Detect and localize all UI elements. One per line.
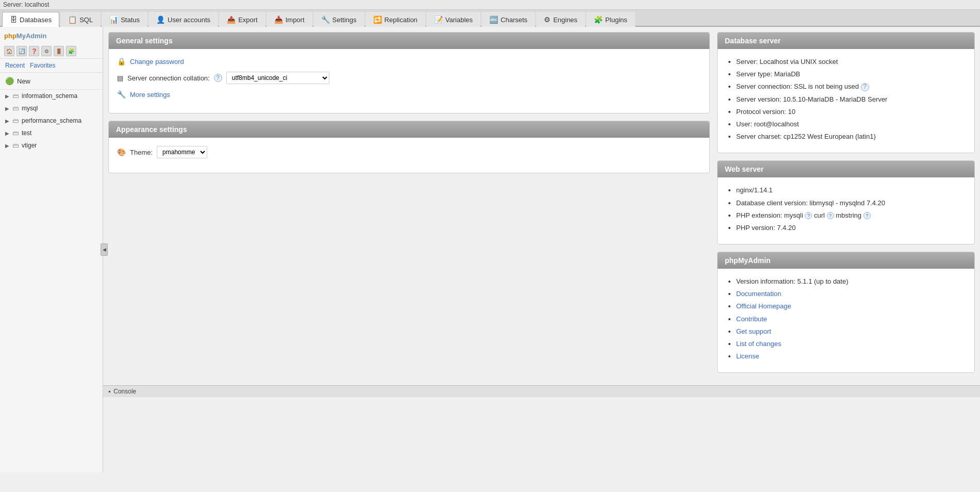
db-item-test[interactable]: ▶🗃test xyxy=(0,127,103,139)
more-settings-icon: 🔧 xyxy=(117,90,126,99)
db-list: ▶🗃information_schema▶🗃mysql▶🗃performance… xyxy=(0,90,103,152)
nav-tabs: 🗄Databases📋SQL📊Status👤User accounts📤Expo… xyxy=(0,10,980,27)
db-item-mysql[interactable]: ▶🗃mysql xyxy=(0,102,103,114)
content-grid: General settings 🔒 Change password ▤ Ser… xyxy=(108,32,975,380)
mysqli-help-icon[interactable]: ? xyxy=(805,212,812,219)
db-expand-icon: ▶ xyxy=(5,118,9,124)
db-name: performance_schema xyxy=(22,117,81,124)
sql-tab-icon: 📋 xyxy=(68,15,77,24)
db-expand-icon: ▶ xyxy=(5,143,9,149)
new-label: New xyxy=(17,77,30,85)
db-server-info-list: Server: Localhost via UNIX socket Server… xyxy=(726,57,966,141)
reload-icon-btn[interactable]: 🔄 xyxy=(16,46,27,56)
license-link[interactable]: License xyxy=(736,352,966,361)
charsets-tab-label: Charsets xyxy=(501,16,527,24)
nav-tab-databases[interactable]: 🗄Databases xyxy=(2,12,59,27)
top-bar: Server: localhost xyxy=(0,0,980,10)
collation-help-icon[interactable]: ? xyxy=(214,74,222,82)
collation-select[interactable]: utf8mb4_unicode_ci utf8mb4_general_ci ut… xyxy=(226,72,329,84)
phpmyadmin-info-list: Version information: 5.1.1 (up to date) … xyxy=(726,277,966,361)
documentation-link-item: Documentation xyxy=(736,289,966,299)
console-bar[interactable]: ▪ Console xyxy=(103,385,980,397)
db-name: mysql xyxy=(22,105,38,112)
db-item-performance_schema[interactable]: ▶🗃performance_schema xyxy=(0,114,103,127)
nav-tab-settings[interactable]: 🔧Settings xyxy=(313,12,364,27)
version-info: Version information: 5.1.1 (up to date) xyxy=(736,277,966,286)
settings-tab-icon: 🔧 xyxy=(321,15,330,24)
db-item-information_schema[interactable]: ▶🗃information_schema xyxy=(0,90,103,102)
curl-help-icon[interactable]: ? xyxy=(827,212,834,219)
charsets-tab-icon: 🔤 xyxy=(489,15,498,24)
list-of-changes-link[interactable]: List of changes xyxy=(736,339,966,349)
web-server-header: Web server xyxy=(718,161,974,177)
phpmyadmin-panel-body: Version information: 5.1.1 (up to date) … xyxy=(718,269,974,372)
db-server-item-6: User: root@localhost xyxy=(736,120,966,129)
engines-tab-label: Engines xyxy=(553,16,577,24)
theme-select[interactable]: pmahomme original metro xyxy=(157,146,207,158)
recent-link[interactable]: Recent xyxy=(5,62,25,69)
license-link-item: License xyxy=(736,352,966,361)
sidebar-header: phpMyAdmin xyxy=(0,27,103,44)
nav-tab-import[interactable]: 📥Import xyxy=(267,12,312,27)
content-wrapper: General settings 🔒 Change password ▤ Ser… xyxy=(103,27,980,472)
help-icon-btn[interactable]: ❓ xyxy=(29,46,39,56)
theme-icon: 🎨 xyxy=(117,148,126,156)
db-server-item-7: Server charset: cp1252 West European (la… xyxy=(736,132,966,141)
documentation-link[interactable]: Documentation xyxy=(736,289,966,299)
db-icon: 🗃 xyxy=(12,117,19,124)
ssl-help-icon[interactable]: ? xyxy=(861,83,869,91)
db-name: information_schema xyxy=(22,92,77,100)
general-settings-panel: General settings 🔒 Change password ▤ Ser… xyxy=(108,32,710,113)
new-db-button[interactable]: 🟢 New xyxy=(0,73,103,90)
plugin-icon-btn[interactable]: 🧩 xyxy=(66,46,76,56)
favorites-link[interactable]: Favorites xyxy=(30,62,55,69)
nav-tab-charsets[interactable]: 🔤Charsets xyxy=(481,12,535,27)
nav-tab-sql[interactable]: 📋SQL xyxy=(60,12,101,27)
variables-tab-label: Variables xyxy=(445,16,473,24)
plugins-tab-label: Plugins xyxy=(605,16,627,24)
nav-tab-engines[interactable]: ⚙Engines xyxy=(536,12,585,27)
get-support-link[interactable]: Get support xyxy=(736,327,966,336)
change-password-link[interactable]: Change password xyxy=(130,58,184,65)
nav-tab-plugins[interactable]: 🧩Plugins xyxy=(586,12,635,27)
db-expand-icon: ▶ xyxy=(5,93,9,99)
replication-tab-icon: 🔁 xyxy=(373,15,382,24)
nav-tab-replication[interactable]: 🔁Replication xyxy=(366,12,425,27)
nav-tab-variables[interactable]: 📝Variables xyxy=(426,12,480,27)
plugins-tab-icon: 🧩 xyxy=(594,15,603,24)
nav-tab-status[interactable]: 📊Status xyxy=(102,12,147,27)
theme-row: 🎨 Theme: pmahomme original metro xyxy=(117,146,701,158)
db-icon: 🗃 xyxy=(12,105,19,112)
db-icon: 🗃 xyxy=(12,92,19,100)
database-server-header: Database server xyxy=(718,32,974,49)
sidebar: phpMyAdmin 🏠 🔄 ❓ ⚙ 🚪 🧩 Recent Favorites … xyxy=(0,27,103,472)
new-icon: 🟢 xyxy=(5,77,14,85)
import-tab-label: Import xyxy=(286,16,305,24)
home-icon-btn[interactable]: 🏠 xyxy=(4,46,14,56)
web-server-body: nginx/1.14.1 Database client version: li… xyxy=(718,177,974,244)
web-server-item-1: nginx/1.14.1 xyxy=(736,186,966,195)
contribute-link[interactable]: Contribute xyxy=(736,315,966,324)
nav-tab-export[interactable]: 📤Export xyxy=(219,12,265,27)
official-homepage-link[interactable]: Official Homepage xyxy=(736,302,966,311)
nav-tab-user_accounts[interactable]: 👤User accounts xyxy=(148,12,218,27)
pma-logo: phpMyAdmin xyxy=(4,30,46,41)
user_accounts-tab-icon: 👤 xyxy=(156,15,165,24)
mbstring-help-icon[interactable]: ? xyxy=(863,212,871,219)
logout-icon-btn[interactable]: 🚪 xyxy=(54,46,64,56)
recent-favorites-bar: Recent Favorites xyxy=(0,59,103,73)
export-tab-label: Export xyxy=(238,16,258,24)
db-server-item-2: Server type: MariaDB xyxy=(736,70,966,79)
change-password-row: 🔒 Change password xyxy=(117,57,701,65)
more-settings-link[interactable]: More settings xyxy=(130,91,170,99)
contribute-link-item: Contribute xyxy=(736,315,966,324)
database-server-body: Server: Localhost via UNIX socket Server… xyxy=(718,49,974,153)
settings-icon-btn[interactable]: ⚙ xyxy=(41,46,52,56)
console-label: Console xyxy=(113,388,136,395)
web-server-info-list: nginx/1.14.1 Database client version: li… xyxy=(726,186,966,233)
engines-tab-icon: ⚙ xyxy=(544,15,551,24)
phpmyadmin-panel: phpMyAdmin Version information: 5.1.1 (u… xyxy=(717,252,975,373)
databases-tab-label: Databases xyxy=(20,16,52,24)
db-item-vtiger[interactable]: ▶🗃vtiger xyxy=(0,139,103,152)
collapse-sidebar-button[interactable]: ◀ xyxy=(101,243,108,256)
